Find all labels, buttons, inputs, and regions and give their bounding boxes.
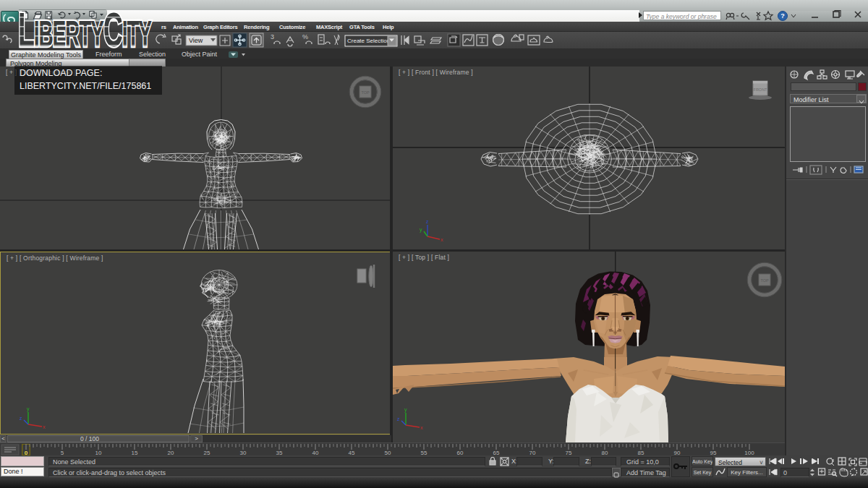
svg-text:x: x [441,237,443,242]
svg-text:y: y [404,407,407,413]
svg-text:LIBERTYCITY: LIBERTYCITY [18,3,152,57]
svg-text:TOP: TOP [760,278,769,283]
svg-text:FRONT: FRONT [754,87,768,92]
svg-text:%: % [302,33,308,40]
svg-text:y: y [420,227,422,233]
svg-text:x: x [43,424,46,429]
svg-text:?: ? [780,12,785,20]
svg-text:z: z [426,219,429,224]
svg-text:y: y [27,406,30,412]
svg-text:TOP: TOP [361,90,370,95]
svg-text:x: x [420,425,423,430]
svg-text:z: z [20,416,22,421]
svg-text:3: 3 [271,33,274,40]
svg-text:z: z [397,416,400,421]
